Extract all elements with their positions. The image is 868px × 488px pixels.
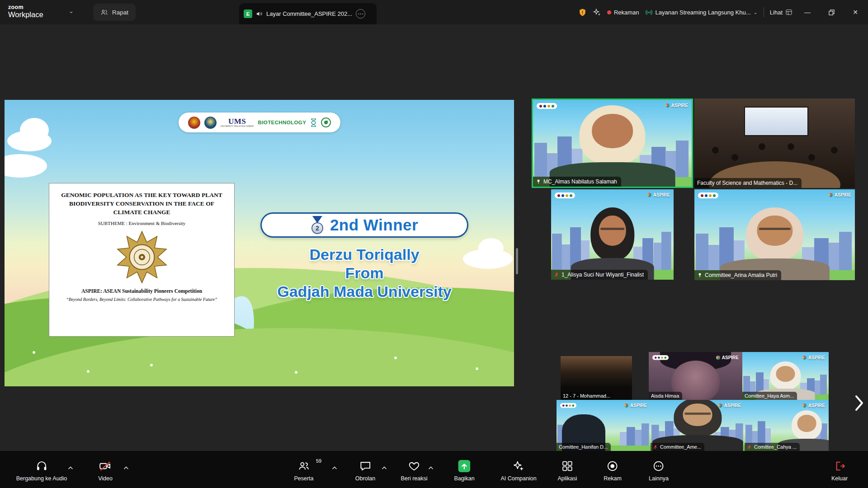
aspire-flower-icon xyxy=(665,103,670,108)
participant-nametag: MC_Almas Nabilatus Salamah xyxy=(533,177,621,187)
chat-button[interactable]: Obrolan xyxy=(355,460,375,482)
silver-medal-icon: 2 xyxy=(311,216,324,234)
winner-name: Derzu Toriqally xyxy=(249,245,480,264)
titlebar-right-controls: Rekaman Layanan Streaming Langsung Khu..… xyxy=(578,0,868,24)
people-icon xyxy=(100,9,108,16)
next-gallery-page-button[interactable] xyxy=(853,393,865,413)
chat-options-chevron[interactable] xyxy=(382,463,387,471)
share-screen-icon xyxy=(458,460,471,472)
ugm-emblem-icon xyxy=(114,230,170,285)
mic-off-icon xyxy=(747,445,752,450)
aspire-flower-icon xyxy=(829,193,833,197)
ums-subtext: UNIVERSITI MALAYSIA SABAH xyxy=(221,126,254,128)
video-tile-mc-almas[interactable]: ASPIRE MC_Almas Nabilatus Salamah xyxy=(532,99,693,188)
more-icon xyxy=(652,460,665,472)
participant-nametag: Committee_Arina Amalia Putri xyxy=(694,270,781,280)
video-options-chevron[interactable] xyxy=(124,463,129,471)
leave-icon xyxy=(833,460,845,472)
reactions-button[interactable]: Beri reaksi xyxy=(401,460,427,482)
flower-dot xyxy=(33,351,35,354)
poster-competition: ASPIRE: ASEAN Sustainability Pioneers Co… xyxy=(81,288,202,294)
glasses xyxy=(759,228,790,230)
divider xyxy=(764,7,764,17)
titlebar: zoom Workplace ⌄ Rapat E Layar Committee… xyxy=(0,0,868,24)
apps-button[interactable]: Aplikasi xyxy=(557,460,577,482)
video-tile-cahya[interactable]: ASPIRE Comittee_Cahya ... xyxy=(745,400,829,451)
video-tile-alisya[interactable]: ASPIRE 1_Alisya Suci Nur Wiyanti_Finalis… xyxy=(551,189,674,280)
aspire-flower-icon xyxy=(802,404,807,408)
video-tile-aisda[interactable]: ASPIRE Aisda Himaa xyxy=(649,352,742,400)
reactions-options-chevron[interactable] xyxy=(429,463,434,471)
tab-screen-share-label: Layar Committee_ASPIRE 202... xyxy=(266,10,352,17)
participants-options-chevron[interactable] xyxy=(332,463,337,471)
video-tile-mohammad[interactable]: 12 - 7 - Mohammad... xyxy=(561,356,632,400)
heart-icon xyxy=(408,460,420,472)
ums-crest-icon xyxy=(204,117,217,129)
brand-zoom: zoom xyxy=(8,4,43,10)
aspire-logo: ASPIRE xyxy=(624,403,647,408)
recording-indicator[interactable]: Rekaman xyxy=(607,9,639,16)
participants-button[interactable]: Peserta xyxy=(294,460,313,482)
security-shield-icon[interactable] xyxy=(578,8,587,17)
video-tile-haya[interactable]: ASPIRE Comittee_Haya Asm... xyxy=(742,352,829,400)
participant-nametag: Comittee_Hanifan D... xyxy=(557,443,611,451)
video-tile-arina[interactable]: ASPIRE Committee_Arina Amalia Putri xyxy=(694,189,855,280)
participant-nametag: Faculty of Science and Mathematics - D..… xyxy=(694,178,802,188)
ums-logo-strip xyxy=(555,192,575,198)
aspire-flower-icon xyxy=(802,356,807,360)
meeting-toolbar: Bergabung ke Audio Video Peserta 59 Obro… xyxy=(0,451,868,488)
poster-tagline: “Beyond Borders, Beyond Limits: Collabor… xyxy=(66,297,217,302)
recording-dot-icon xyxy=(607,10,611,14)
green-leaf-icon xyxy=(321,117,331,127)
tab-meeting-label: Rapat xyxy=(112,9,128,16)
share-screen-button[interactable]: Bagikan xyxy=(454,460,474,482)
record-button[interactable]: Rekam xyxy=(604,460,622,482)
ai-companion-button[interactable]: AI Companion xyxy=(500,460,536,482)
chat-icon xyxy=(359,460,371,472)
ums-logo-strip xyxy=(652,355,669,360)
tab-screen-share[interactable]: E Layar Committee_ASPIRE 202... ⋯ xyxy=(239,3,377,24)
streaming-label: Layanan Streaming Langsung Khu... xyxy=(656,9,751,16)
mic-off-icon xyxy=(653,445,658,450)
maximize-button[interactable] xyxy=(822,0,840,24)
minimize-button[interactable]: — xyxy=(798,0,816,24)
app-badge: E xyxy=(244,9,252,18)
aspire-logo: ASPIRE xyxy=(665,103,688,108)
view-button[interactable]: Lihat xyxy=(770,9,793,16)
close-button[interactable]: ✕ xyxy=(846,0,864,24)
record-icon xyxy=(607,460,619,472)
meeting-room-video xyxy=(694,99,855,188)
video-button[interactable]: Video xyxy=(98,460,113,482)
chevron-down-icon[interactable]: ⌄ xyxy=(69,8,74,14)
ai-sparkle-icon[interactable] xyxy=(593,8,601,17)
university-logo-banner: UMS UNIVERSITI MALAYSIA SABAH BIOTECHNOL… xyxy=(179,113,340,132)
ums-logo-strip xyxy=(560,403,576,408)
video-tile-ame[interactable]: ASPIRE Committee_Ame... xyxy=(651,400,745,451)
participant-nametag: Committee_Ame... xyxy=(651,443,704,451)
join-audio-button[interactable]: Bergabung ke Audio xyxy=(16,460,67,482)
broadcast-icon xyxy=(645,9,653,16)
flower-dot xyxy=(295,371,297,374)
pin-icon xyxy=(536,179,541,184)
glasses xyxy=(600,228,625,230)
aspire-logo: ASPIRE xyxy=(802,403,825,408)
dna-hourglass-icon xyxy=(310,118,317,127)
participant-nametag: 12 - 7 - Mohammad... xyxy=(561,392,613,400)
join-audio-options-chevron[interactable] xyxy=(68,463,73,471)
poster-title: GENOMIC POPULATION AS THE KEY TOWARD PLA… xyxy=(57,191,226,216)
scrollbar-handle[interactable] xyxy=(516,248,518,274)
video-tile-hanifan[interactable]: ASPIRE Comittee_Hanifan D... xyxy=(557,400,651,451)
cloud-icon xyxy=(20,118,49,142)
flower-dot xyxy=(394,357,397,359)
video-tile-faculty-room[interactable]: Faculty of Science and Mathematics - D..… xyxy=(694,99,855,188)
ums-logo-strip xyxy=(537,103,557,109)
more-button[interactable]: Lainnya xyxy=(649,460,669,482)
aspire-flower-icon xyxy=(718,404,722,408)
tab-meeting[interactable]: Rapat xyxy=(93,4,136,21)
participant-nametag: Comittee_Haya Asm... xyxy=(742,392,797,400)
tab-options-icon[interactable]: ⋯ xyxy=(356,9,365,19)
streaming-selector[interactable]: Layanan Streaming Langsung Khu... ⌄ xyxy=(645,9,758,16)
leave-button[interactable]: Keluar xyxy=(831,460,848,482)
aspire-flower-icon xyxy=(716,356,720,360)
winner-university: Gadjah Mada University xyxy=(249,282,480,301)
